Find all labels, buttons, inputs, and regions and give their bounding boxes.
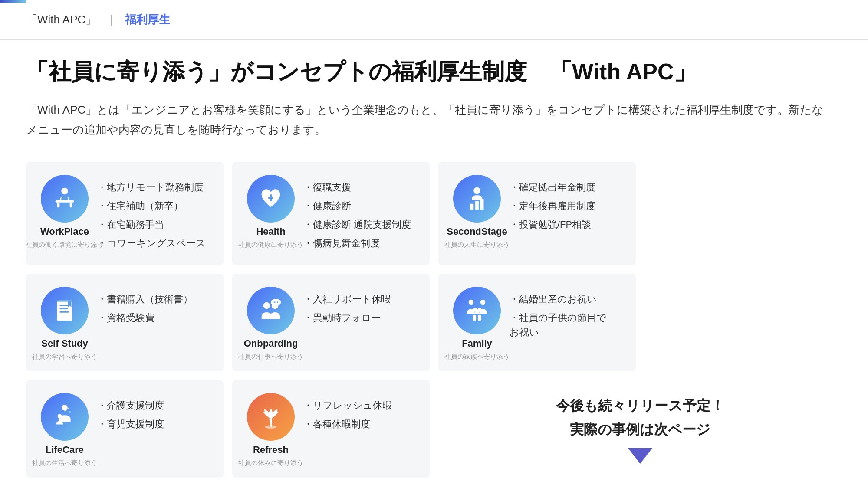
secondstage-items: 確定拠出年金制度 定年後再雇用制度 投資勉強/FP相談 <box>510 175 625 236</box>
card-selfstudy: Self Study 社員の学習へ寄り添う 書籍購入（技術書） 資格受験費 <box>26 274 224 371</box>
icon-label-workplace: WorkPlace 社員の働く環境に寄り添う <box>36 175 93 249</box>
icon-label-health: Health 社員の健康に寄り添う <box>243 175 299 249</box>
release-card: 今後も続々リリース予定！ 実際の事例は次ページ <box>438 380 842 478</box>
list-item: 住宅補助（新卒） <box>97 199 213 213</box>
selfstudy-subtitle: 社員の学習へ寄り添う <box>32 353 97 361</box>
onboarding-subtitle: 社員の仕事へ寄り添う <box>238 353 303 361</box>
list-item: 健康診断 通院支援制度 <box>303 217 419 232</box>
list-item: 入社サポート休暇 <box>303 292 419 306</box>
cards-row-1: WorkPlace 社員の働く環境に寄り添う 地方リモート勤務制度 住宅補助（新… <box>26 162 842 265</box>
workplace-icon <box>51 185 78 212</box>
onboarding-icon-circle <box>247 287 295 334</box>
svg-rect-5 <box>61 197 68 200</box>
svg-point-19 <box>469 300 474 305</box>
family-title: Family <box>462 338 492 349</box>
onboarding-title: Onbparding <box>244 338 298 349</box>
list-item: 復職支援 <box>303 180 419 194</box>
row2-placeholder <box>644 274 842 371</box>
health-items: 復職支援 健康診断 健康診断 通院支援制度 傷病見舞金制度 <box>303 175 419 255</box>
family-icon-circle <box>453 287 501 334</box>
svg-rect-2 <box>57 203 60 208</box>
breadcrumb-item-2: 福利厚生 <box>125 12 170 27</box>
breadcrumb: 「With APC」 ｜ 福利厚生 <box>26 12 170 27</box>
list-item: 書籍購入（技術書） <box>97 292 213 306</box>
lifecare-icon: ★ ★ ★ <box>51 403 78 430</box>
svg-point-30 <box>265 426 276 429</box>
refresh-icon <box>257 403 284 430</box>
secondstage-icon <box>464 185 490 212</box>
selfstudy-icon <box>51 297 78 324</box>
list-item: 健康診断 <box>303 199 419 213</box>
header-bar: 「With APC」 ｜ 福利厚生 <box>0 0 868 40</box>
family-icon <box>464 297 490 324</box>
svg-rect-12 <box>59 311 69 313</box>
description: 「With APC」とは「エンジニアとお客様を笑顔にする」という企業理念のもと、… <box>26 100 833 141</box>
card-refresh: Refresh 社員の休みに寄り添う リフレッシュ休暇 各種休暇制度 <box>232 380 430 478</box>
icon-label-secondstage: SecondStage 社員の人生に寄り添う <box>449 175 505 249</box>
svg-point-26 <box>58 414 62 418</box>
card-workplace: WorkPlace 社員の働く環境に寄り添う 地方リモート勤務制度 住宅補助（新… <box>26 162 224 265</box>
release-text-2: 実際の事例は次ページ <box>570 422 710 437</box>
svg-rect-9 <box>480 199 484 210</box>
workplace-subtitle: 社員の働く環境に寄り添う <box>26 241 104 249</box>
list-item: 投資勉強/FP相談 <box>510 217 625 232</box>
cards-row-2: Self Study 社員の学習へ寄り添う 書籍購入（技術書） 資格受験費 <box>26 274 842 371</box>
icon-label-onboarding: Onbparding 社員の仕事へ寄り添う <box>243 287 299 361</box>
svg-point-0 <box>61 188 68 195</box>
card-health: Health 社員の健康に寄り添う 復職支援 健康診断 健康診断 通院支援制度 … <box>232 162 430 265</box>
list-item: 各種休暇制度 <box>303 417 419 431</box>
refresh-items: リフレッシュ休暇 各種休暇制度 <box>303 393 419 436</box>
refresh-icon-circle <box>247 393 295 441</box>
health-icon <box>257 185 284 212</box>
icon-label-lifecare: ★ ★ ★ LifeCare 社員の生活へ寄り添う <box>36 393 93 467</box>
release-text: 今後も続々リリース予定！ 実際の事例は次ページ <box>556 394 724 441</box>
selfstudy-items: 書籍購入（技術書） 資格受験費 <box>97 287 213 329</box>
list-item: コワーキングスペース <box>97 236 213 250</box>
list-item: 社員の子供の節目でお祝い <box>510 311 625 339</box>
selfstudy-title: Self Study <box>41 338 88 349</box>
secondstage-subtitle: 社員の人生に寄り添う <box>444 241 510 249</box>
health-title: Health <box>256 226 285 237</box>
secondstage-title: SecondStage <box>447 226 507 237</box>
svg-rect-7 <box>470 204 474 210</box>
card-onboarding: Onbparding 社員の仕事へ寄り添う 入社サポート休暇 異動時フォロー <box>232 274 430 371</box>
cards-row-3: ★ ★ ★ LifeCare 社員の生活へ寄り添う 介護支援制度 育児支援制度 <box>26 380 842 478</box>
health-subtitle: 社員の健康に寄り添う <box>238 241 303 249</box>
card-family: Family 社員の家族へ寄り添う 結婚出産のお祝い 社員の子供の節目でお祝い <box>438 274 636 371</box>
svg-text:★: ★ <box>69 411 71 413</box>
list-item: 在宅勤務手当 <box>97 217 213 232</box>
list-item: 異動時フォロー <box>303 311 419 325</box>
svg-point-20 <box>480 300 486 305</box>
svg-rect-24 <box>478 315 481 321</box>
page-title: 「社員に寄り添う」がコンセプトの福利厚生制度 「With APC」 <box>26 57 842 87</box>
breadcrumb-item-1: 「With APC」 <box>26 12 97 27</box>
row1-placeholder <box>644 162 842 265</box>
svg-text:★: ★ <box>64 409 67 413</box>
svg-rect-23 <box>473 315 476 321</box>
lifecare-title: LifeCare <box>46 444 84 455</box>
family-subtitle: 社員の家族へ寄り添う <box>444 353 510 361</box>
svg-rect-3 <box>70 203 72 208</box>
card-secondstage: SecondStage 社員の人生に寄り添う 確定拠出年金制度 定年後再雇用制度… <box>438 162 636 265</box>
list-item: 介護支援制度 <box>97 398 213 413</box>
family-items: 結婚出産のお祝い 社員の子供の節目でお祝い <box>510 287 625 344</box>
svg-point-17 <box>275 301 276 303</box>
refresh-title: Refresh <box>253 444 289 455</box>
icon-label-refresh: Refresh 社員の休みに寄り添う <box>243 393 299 467</box>
list-item: 結婚出産のお祝い <box>510 292 625 306</box>
secondstage-icon-circle <box>453 175 501 223</box>
icon-label-selfstudy: Self Study 社員の学習へ寄り添う <box>36 287 93 361</box>
list-item: 育児支援制度 <box>97 417 213 431</box>
main-content: 「社員に寄り添う」がコンセプトの福利厚生制度 「With APC」 「With … <box>0 40 868 488</box>
onboarding-icon <box>257 297 284 324</box>
arrow-down-icon <box>628 448 652 464</box>
list-item: 資格受験費 <box>97 311 213 325</box>
refresh-subtitle: 社員の休みに寄り添う <box>238 459 303 467</box>
card-lifecare: ★ ★ ★ LifeCare 社員の生活へ寄り添う 介護支援制度 育児支援制度 <box>26 380 224 478</box>
list-item: 定年後再雇用制度 <box>510 199 625 213</box>
icon-label-family: Family 社員の家族へ寄り添う <box>449 287 505 361</box>
svg-point-16 <box>273 301 275 303</box>
release-text-1: 今後も続々リリース予定！ <box>556 398 724 413</box>
svg-rect-8 <box>475 201 479 210</box>
workplace-items: 地方リモート勤務制度 住宅補助（新卒） 在宅勤務手当 コワーキングスペース <box>97 175 213 255</box>
